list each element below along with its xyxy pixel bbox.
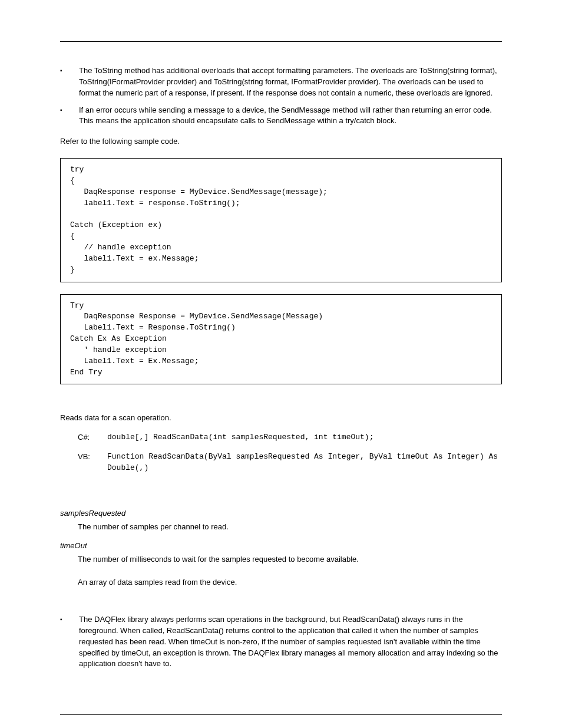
list-item: The DAQFlex library always performs scan… <box>60 614 502 670</box>
bottom-rule <box>60 714 502 715</box>
param-name-timeout: timeOut <box>60 541 502 552</box>
signature-code-csharp: double[,] ReadScanData(int samplesReques… <box>107 432 502 443</box>
signature-label-csharp: C#: <box>78 432 107 443</box>
signature-vb: VB: Function ReadScanData(ByVal samplesR… <box>78 452 502 474</box>
refer-text: Refer to the following sample code. <box>60 136 502 147</box>
content: The ToString method has additional overl… <box>0 42 562 714</box>
code-sample-csharp: try { DaqResponse response = MyDevice.Se… <box>60 158 502 282</box>
signature-label-vb: VB: <box>78 452 107 463</box>
list-item: The ToString method has additional overl… <box>60 65 502 99</box>
list-item: If an error occurs while sending a messa… <box>60 105 502 127</box>
readscan-description: Reads data for a scan operation. <box>60 413 502 424</box>
page: The ToString method has additional overl… <box>0 41 562 728</box>
signature-code-vb: Function ReadScanData(ByVal samplesReque… <box>107 452 502 474</box>
param-desc-timeout: The number of milliseconds to wait for t… <box>78 554 502 565</box>
bottom-bullet-list: The DAQFlex library always performs scan… <box>60 614 502 670</box>
param-name-samplesrequested: samplesRequested <box>60 508 502 519</box>
code-sample-vb: Try DaqResponse Response = MyDevice.Send… <box>60 294 502 385</box>
return-value: An array of data samples read from the d… <box>78 577 502 588</box>
param-desc-samplesrequested: The number of samples per channel to rea… <box>78 522 502 533</box>
top-bullet-list: The ToString method has additional overl… <box>60 65 502 127</box>
signature-csharp: C#: double[,] ReadScanData(int samplesRe… <box>78 432 502 443</box>
